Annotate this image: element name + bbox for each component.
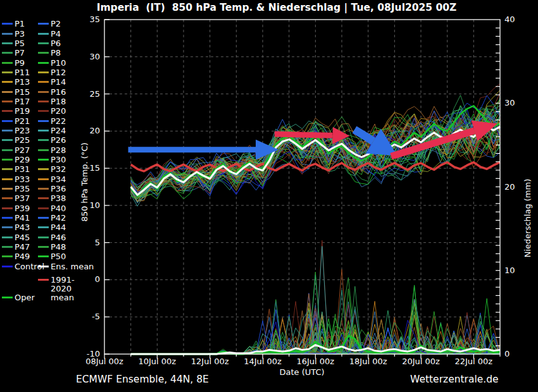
legend-member-label: P46 <box>51 233 66 242</box>
member-line-swatch <box>38 168 49 170</box>
legend-member-label: P19 <box>15 106 30 116</box>
legend-members: P1P2P3P4P5P6P7P8P9P10P11P12P13P14P15P16P… <box>2 19 77 262</box>
legend-member-label: P38 <box>51 193 66 203</box>
legend-member-label: P21 <box>15 116 30 126</box>
precip-tick-label: 30 <box>504 98 526 107</box>
member-line-swatch <box>2 188 13 190</box>
legend-member-label: P30 <box>51 155 66 164</box>
legend-member-item: P8 <box>38 48 74 58</box>
temp-tick-label: -5 <box>78 312 100 321</box>
member-line-swatch <box>2 42 13 44</box>
footer-model-info: ECMWF Ensemble, 44N, 8E <box>76 374 209 385</box>
precip-tick-label: 0 <box>504 349 526 358</box>
date-tick-label: 22Jul 00z <box>449 357 497 366</box>
member-line-swatch <box>38 52 49 54</box>
legend-member-item: P24 <box>38 126 74 135</box>
precip-tick-label: 40 <box>504 15 526 24</box>
date-tick-label: 16Jul 00z <box>291 357 339 366</box>
legend-member-item: P21 <box>2 116 38 125</box>
legend-member-label: P9 <box>15 58 25 68</box>
legend-member-item: P36 <box>38 184 74 193</box>
member-line-swatch <box>2 246 13 248</box>
member-line-swatch <box>38 71 49 73</box>
member-line-swatch <box>2 120 13 122</box>
member-line-swatch <box>38 33 49 35</box>
legend-member-label: P12 <box>51 68 66 77</box>
member-line-swatch <box>2 139 13 141</box>
member-line-swatch <box>2 149 13 151</box>
legend-member-label: P41 <box>15 213 30 223</box>
member-line-swatch <box>2 62 13 64</box>
member-line-swatch <box>38 188 49 190</box>
legend-member-label: P47 <box>15 242 30 252</box>
legend-member-item: P27 <box>2 145 38 154</box>
legend-member-label: P28 <box>51 145 66 155</box>
legend-member-label: P26 <box>51 135 66 145</box>
legend-member-item: P25 <box>2 135 38 145</box>
member-line-swatch <box>2 207 13 209</box>
member-line-swatch <box>2 23 13 25</box>
legend-member-label: P49 <box>15 252 30 261</box>
legend-member-label: P33 <box>15 175 30 184</box>
legend-member-item: P48 <box>38 242 74 252</box>
legend-member-item: P35 <box>2 184 38 193</box>
legend-member-label: P34 <box>51 175 66 184</box>
legend-member-label: P14 <box>51 77 66 87</box>
legend-member-item: P26 <box>38 135 74 145</box>
member-line-swatch <box>38 91 49 93</box>
legend-member-label: P1 <box>15 19 25 28</box>
legend-member-label: P6 <box>51 39 61 48</box>
legend-member-item: P3 <box>2 28 38 38</box>
legend-member-item: P43 <box>2 223 38 232</box>
legend-member-item: P19 <box>2 106 38 116</box>
legend-row-climate-oper: Oper 1991-2020 mean <box>2 276 91 302</box>
climate-mean-line-swatch <box>38 279 49 281</box>
legend-member-label: P31 <box>15 164 30 174</box>
legend-member-label: P24 <box>51 126 66 135</box>
member-line-swatch <box>2 159 13 161</box>
temp-tick-label: 25 <box>78 89 100 99</box>
legend-member-item: P45 <box>2 233 38 242</box>
legend-member-item: P47 <box>2 242 38 252</box>
legend-member-item: P46 <box>38 233 74 242</box>
member-line-swatch <box>2 52 13 54</box>
legend-ens-mean-label: Ens. mean <box>51 262 94 271</box>
member-line-swatch <box>38 236 49 238</box>
legend-member-label: P23 <box>15 126 30 135</box>
temp-tick-label: 5 <box>78 238 100 247</box>
legend-member-item: P50 <box>38 252 74 261</box>
legend-member-label: P2 <box>51 19 61 28</box>
legend-member-item: P32 <box>38 164 74 174</box>
control-line-swatch <box>2 266 13 267</box>
legend-member-label: P18 <box>51 97 66 106</box>
legend-item-ens-mean: Ens. mean <box>38 262 74 271</box>
date-tick-label: 08Jul 00z <box>80 357 128 366</box>
member-line-swatch <box>38 101 49 102</box>
member-line-swatch <box>38 110 49 112</box>
legend-member-item: P23 <box>2 126 38 135</box>
member-line-swatch <box>2 178 13 180</box>
member-line-swatch <box>38 81 49 83</box>
legend-member-label: P3 <box>15 29 25 39</box>
legend-member-item: P18 <box>38 97 74 106</box>
member-line-swatch <box>2 168 13 170</box>
temp-tick-label: 15 <box>78 163 100 173</box>
member-line-swatch <box>2 110 13 112</box>
legend-member-label: P40 <box>51 204 66 213</box>
legend-member-item: P33 <box>2 175 38 184</box>
legend-oper-label: Oper <box>15 293 35 302</box>
legend-member-label: P15 <box>15 87 30 97</box>
member-line-swatch <box>2 81 13 83</box>
legend-member-label: P32 <box>51 164 66 174</box>
member-line-swatch <box>38 159 49 161</box>
member-line-swatch <box>38 120 49 122</box>
legend-member-label: P37 <box>15 193 30 203</box>
legend-member-item: P4 <box>38 28 74 38</box>
footer-branding: Wetterzentrale.de <box>410 374 499 385</box>
member-line-swatch <box>38 139 49 141</box>
member-line-swatch <box>2 236 13 238</box>
member-line-swatch <box>38 255 49 257</box>
legend-member-label: P8 <box>51 48 61 58</box>
legend-member-item: P6 <box>38 39 74 48</box>
precip-tick-label: 10 <box>504 266 526 275</box>
